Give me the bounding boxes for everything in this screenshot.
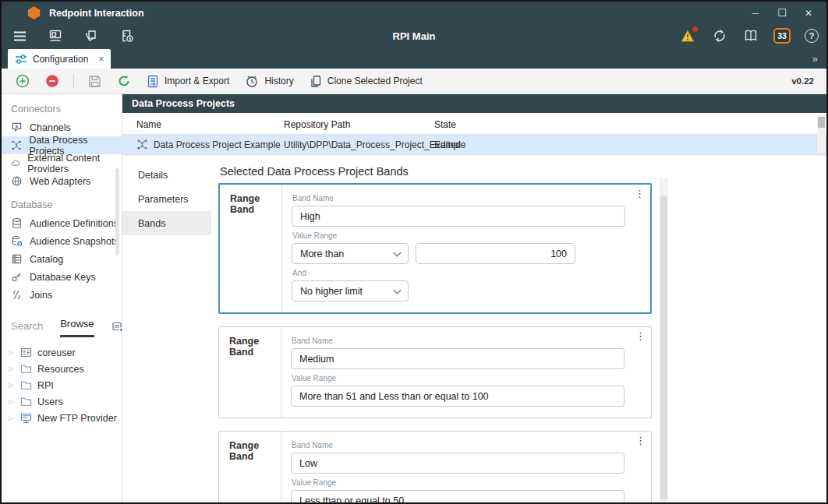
bands-content: Selected Data Process Project Bands Rang… [211,156,826,502]
hamburger-menu-icon[interactable] [11,27,28,44]
tree-item-label: Users [37,397,63,407]
sidebar-scrollbar[interactable] [115,168,119,256]
sidebar-item-database-keys[interactable]: Database Keys [2,268,122,286]
band-menu-kebab-icon[interactable]: ⋮ [635,189,645,199]
table-header-row: Name Repository Path State [122,115,826,135]
value-range-label: Value Range [292,374,639,382]
band-type-label: Range Band [219,432,281,502]
table-scrollbar[interactable] [817,115,826,153]
tree-item-resources[interactable]: ▷ Resources [2,361,122,377]
band-fields: Band Name Low Value Range Less than or e… [281,432,651,502]
tab-browse[interactable]: Browse [60,318,94,337]
files-icon[interactable] [83,27,100,44]
browse-tree: ▷ coreuser ▷ Resources ▷ RPI ▷ U [2,337,122,426]
operator-select[interactable]: More than [292,243,409,264]
value-range-summary[interactable]: Less than or equal to 50 [291,490,625,502]
bands-scrollbar-thumb[interactable] [660,196,667,499]
expander-icon[interactable]: ▷ [9,365,15,372]
body: Connectors Channels Data Process Project… [2,94,826,502]
sidebar-item-label: Catalog [30,254,63,265]
recent-files-icon[interactable] [119,27,136,44]
tree-item-users[interactable]: ▷ Users [2,393,122,410]
sidebar-panel-tabs: Search Browse [2,313,122,337]
notifications-badge[interactable]: 33 [773,28,791,44]
chevron-down-icon [394,248,402,256]
add-button[interactable] [11,71,34,91]
band-card-medium[interactable]: Range Band Band Name Medium Value Range … [218,326,652,418]
detail-tab-bands[interactable]: Bands [122,211,211,235]
sidebar-item-web-adapters[interactable]: Web Adapters [2,172,122,190]
band-name-input[interactable]: Medium [291,348,625,369]
database-icon [11,217,23,229]
tree-item-rpi[interactable]: ▷ RPI [2,377,122,393]
window-controls: ─ ☐ ✕ [742,2,822,24]
version-label: v0.22 [791,76,814,86]
sync-icon[interactable] [711,27,728,44]
detail-tab-details[interactable]: Details [122,163,211,187]
sidebar-item-audience-snapshots[interactable]: Audience Snapshots [2,232,122,250]
menubar: RPI Main 33 ? [2,24,826,48]
tab-close-icon[interactable]: × [98,54,104,65]
tab-search[interactable]: Search [11,320,43,337]
detail-panel: Details Parameters Bands Selected Data P… [122,155,826,502]
save-button[interactable] [83,72,106,91]
sidebar-item-catalog[interactable]: Catalog [2,250,122,268]
bands-scrollbar[interactable] [660,177,668,502]
expander-icon[interactable]: ▷ [9,349,15,356]
sidebar-item-label: Audience Snapshots [30,236,119,247]
help-icon[interactable]: ? [805,29,819,43]
tree-item-new-ftp-provider[interactable]: ▷ New FTP Provider [2,410,122,426]
value-range-summary[interactable]: More than 51 and Less than or equal to 1… [291,386,625,407]
folder-icon [20,397,32,407]
value-input[interactable]: 100 [416,243,575,264]
history-button[interactable]: History [240,71,298,91]
band-name-input[interactable]: Low [291,453,625,474]
documentation-book-icon[interactable] [742,27,759,44]
band-menu-kebab-icon[interactable]: ⋮ [635,331,646,341]
alerts-warning-icon[interactable] [680,27,697,44]
data-process-projects-icon [11,139,22,151]
clone-project-label: Clone Selected Project [327,76,423,86]
table-scrollbar-thumb[interactable] [818,117,825,128]
close-button[interactable]: ✕ [795,2,822,24]
expander-icon[interactable]: ▷ [9,398,15,405]
remove-button[interactable] [41,71,64,91]
globe-icon [11,175,23,187]
column-header-repository-path[interactable]: Repository Path [284,119,425,130]
dashboard-icon[interactable] [47,27,64,44]
band-menu-kebab-icon[interactable]: ⋮ [635,435,646,446]
refresh-button[interactable] [112,71,136,91]
detail-tab-parameters[interactable]: Parameters [122,187,211,211]
tab-configuration[interactable]: Configuration × [8,49,111,69]
sidebar-item-external-content-providers[interactable]: External Content Providers [2,154,122,172]
sidebar: Connectors Channels Data Process Project… [2,94,122,502]
sidebar-item-joins[interactable]: Joins [2,286,122,304]
column-header-state[interactable]: State [425,119,495,130]
menubar-left-icons [11,27,136,44]
bands-heading: Selected Data Process Project Bands [220,165,826,178]
tree-item-coreuser[interactable]: ▷ coreuser [2,344,122,361]
column-header-name[interactable]: Name [122,119,284,130]
add-provider-icon[interactable] [111,321,122,333]
maximize-button[interactable]: ☐ [769,2,795,24]
titlebar: Redpoint Interaction ─ ☐ ✕ [2,2,826,24]
band-name-label: Band Name [292,337,639,345]
redpoint-logo-icon [27,6,41,19]
operator-value: More than [300,248,344,259]
tab-overflow-icon[interactable]: » [812,53,817,65]
upper-limit-select[interactable]: No higher limit [292,280,409,301]
band-card-high[interactable]: Range Band Band Name High Value Range Mo… [218,183,652,314]
sidebar-item-audience-definitions[interactable]: Audience Definitions [2,214,122,232]
ftp-server-icon [20,413,32,424]
band-name-input[interactable]: High [292,206,625,227]
alert-dot [692,26,698,32]
expander-icon[interactable]: ▷ [9,414,15,421]
main-panel-header: Data Process Projects [122,94,826,113]
table-row[interactable]: Data Process Project Example Utility\DPP… [122,135,826,154]
expander-icon[interactable]: ▷ [9,382,15,389]
band-card-low[interactable]: Range Band Band Name Low Value Range Les… [218,431,652,502]
clone-project-button[interactable]: Clone Selected Project [305,72,427,91]
import-export-button[interactable]: Import & Export [142,72,234,91]
chevron-down-icon [394,286,402,294]
minimize-button[interactable]: ─ [742,2,769,24]
